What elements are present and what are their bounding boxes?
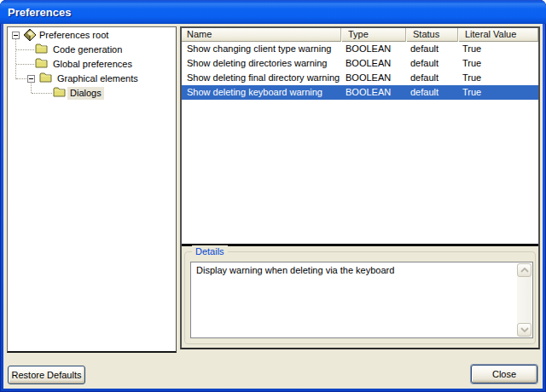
cell-literal-value: True	[457, 42, 537, 56]
cell-name: Show deleting directories warning	[182, 56, 340, 71]
cell-name: Show deleting keyboard warning	[182, 85, 340, 100]
table-header-row: Name Type Status Literal Value	[182, 28, 538, 42]
cell-type: BOOLEAN	[340, 56, 405, 71]
preferences-tree[interactable]: Preferences root Code generation	[7, 26, 177, 353]
details-scrollbar[interactable]	[517, 263, 531, 337]
cell-literal-value: True	[457, 71, 537, 85]
tree-item-label[interactable]: Global preferences	[50, 58, 135, 71]
cell-type: BOOLEAN	[340, 42, 405, 56]
tree-item-dialogs[interactable]: Dialogs	[8, 86, 176, 101]
details-textarea[interactable]: Display warning when deleting via the ke…	[190, 262, 533, 338]
table-row[interactable]: Show changing client type warning BOOLEA…	[182, 42, 538, 56]
table-row[interactable]: Show deleting final directory warning BO…	[182, 71, 538, 85]
details-group-label: Details	[192, 245, 228, 258]
tree-item-label[interactable]: Preferences root	[37, 29, 111, 42]
tree-item-global-preferences[interactable]: Global preferences	[8, 57, 176, 72]
scroll-down-icon[interactable]	[517, 323, 531, 337]
cell-status: default	[405, 85, 457, 100]
cell-literal-value: True	[457, 56, 537, 71]
details-text: Display warning when deleting via the ke…	[191, 262, 532, 279]
details-groupbox: Details Display warning when deleting vi…	[184, 251, 536, 344]
column-header-status[interactable]: Status	[405, 28, 457, 42]
cell-name: Show deleting final directory warning	[182, 71, 340, 85]
tree-item-preferences-root[interactable]: Preferences root	[8, 28, 176, 43]
column-header-filler	[537, 28, 538, 41]
preferences-tree-viewport: Preferences root Code generation	[8, 27, 176, 351]
right-panel: Name Type Status Literal Value Show chan…	[180, 26, 540, 349]
cell-status: default	[405, 71, 457, 85]
collapse-minus-icon[interactable]	[12, 32, 20, 39]
window-title: Preferences	[0, 6, 71, 19]
tree-item-label[interactable]: Graphical elements	[55, 72, 141, 85]
tree-item-label[interactable]: Dialogs	[67, 87, 104, 100]
scroll-up-icon[interactable]	[517, 263, 531, 277]
collapse-minus-icon[interactable]	[27, 75, 35, 83]
tree-item-code-generation[interactable]: Code generation	[8, 43, 176, 57]
tree-item-graphical-elements[interactable]: Graphical elements	[8, 72, 176, 86]
cell-literal-value: True	[457, 85, 537, 100]
cell-type: BOOLEAN	[340, 71, 405, 85]
table-row-selected[interactable]: Show deleting keyboard warning BOOLEAN d…	[182, 85, 538, 100]
cell-status: default	[405, 42, 457, 56]
column-header-type[interactable]: Type	[340, 28, 405, 42]
cell-type: BOOLEAN	[340, 85, 405, 100]
column-header-literal-value[interactable]: Literal Value	[457, 28, 537, 42]
cell-name: Show changing client type warning	[182, 42, 340, 56]
column-header-name[interactable]: Name	[182, 28, 340, 42]
properties-table[interactable]: Name Type Status Literal Value Show chan…	[182, 28, 538, 246]
tree-item-label[interactable]: Code generation	[50, 43, 125, 56]
cell-status: default	[405, 56, 457, 71]
preferences-dialog: Preferences	[0, 0, 546, 392]
table-row[interactable]: Show deleting directories warning BOOLEA…	[182, 56, 538, 71]
folder-icon	[53, 87, 66, 102]
dialog-content: Preferences root Code generation	[3, 24, 543, 389]
close-button[interactable]: Close	[471, 365, 537, 383]
title-bar[interactable]: Preferences	[0, 0, 546, 24]
restore-defaults-button[interactable]: Restore Defaults	[8, 366, 85, 384]
